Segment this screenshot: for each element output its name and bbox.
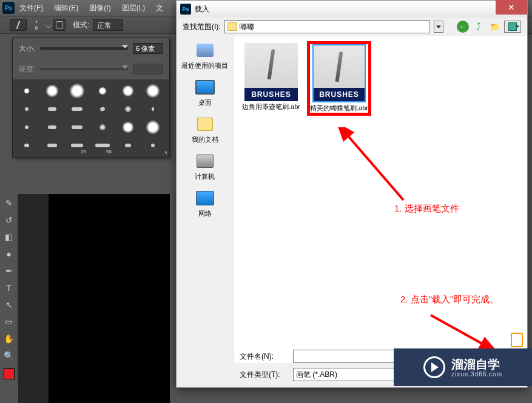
hand-tool-icon[interactable]: ✋ (2, 332, 16, 345)
brush-preset[interactable] (143, 101, 163, 117)
desktop-icon (194, 78, 216, 97)
brush-preset[interactable] (42, 83, 62, 99)
brush-preset[interactable] (42, 138, 62, 153)
recent-icon (194, 41, 216, 60)
brush-preset[interactable] (67, 101, 87, 117)
place-desktop[interactable]: 桌面 (194, 78, 216, 107)
folder-icon (227, 22, 237, 31)
place-recent[interactable]: 最近使用的项目 (181, 41, 228, 70)
hardness-label: 硬度: (19, 64, 35, 75)
network-icon (194, 188, 216, 208)
close-button[interactable]: ✕ (496, 0, 527, 15)
brush-preset[interactable] (16, 119, 37, 135)
size-input[interactable] (133, 43, 163, 54)
path-select-icon[interactable]: ↖ (2, 298, 16, 311)
menu-layer[interactable]: 图层(L) (122, 3, 146, 13)
history-brush-icon[interactable]: ↺ (2, 213, 16, 227)
brush-preset[interactable] (42, 101, 62, 117)
brush-panel-toggle-icon[interactable] (53, 19, 66, 31)
file-name: 精美的蝴蝶笔刷.abr (310, 104, 368, 113)
blend-mode-select[interactable]: 正常 (93, 19, 123, 31)
menu-edit[interactable]: 编辑(E) (54, 3, 78, 13)
brush-preset[interactable] (16, 101, 37, 117)
brush-preset[interactable] (118, 119, 138, 135)
brush-preset[interactable]: 50 (92, 138, 113, 153)
watermark-play-icon (423, 356, 445, 378)
toolbox: ✎ ↺ ◧ ● ✒ T ↖ ▭ ✋ 🔍 (0, 194, 18, 382)
watermark: 溜溜自学 zixue.3d66.com (394, 348, 532, 386)
gradient-tool-icon[interactable]: ◧ (2, 230, 16, 244)
size-slider[interactable] (40, 47, 128, 50)
menu-image[interactable]: 图像(I) (89, 3, 110, 13)
load-button-edge[interactable] (511, 333, 523, 347)
dialog-title: 载入 (195, 4, 209, 15)
brush-preset[interactable] (16, 83, 37, 99)
pen-tool-icon[interactable]: ✒ (2, 264, 16, 278)
brush-preset[interactable] (67, 83, 87, 99)
brush-preset[interactable]: 25 (67, 138, 87, 153)
place-computer[interactable]: 计算机 (194, 152, 216, 181)
brush-preset[interactable] (143, 119, 163, 135)
annotation-1: 1. 选择画笔文件 (394, 203, 459, 215)
brush-preset[interactable] (92, 83, 113, 99)
brush-preset[interactable] (16, 138, 37, 153)
photoshop-logo-icon: Ps (2, 2, 15, 14)
workspace (18, 194, 170, 403)
photoshop-window: Ps 文件(F) 编辑(E) 图像(I) 图层(L) 文 • 6 模式: 正常 … (0, 0, 532, 403)
type-tool-icon[interactable]: T (2, 281, 16, 295)
lookin-combo[interactable]: 嘟嘟 (224, 20, 430, 33)
foreground-color-swatch[interactable] (4, 368, 15, 379)
annotation-2: 2. 点击"载入"即可完成。 (400, 294, 528, 305)
filetype-label: 文件类型(T): (240, 370, 288, 380)
file-item[interactable]: 边角用墨迹笔刷.abr (241, 43, 301, 112)
brush-preset-picker[interactable]: • 6 (30, 19, 42, 31)
shape-tool-icon[interactable]: ▭ (2, 315, 16, 328)
dodge-tool-icon[interactable]: ● (2, 247, 16, 261)
file-item-selected[interactable]: 精美的蝴蝶笔刷.abr (309, 43, 369, 114)
brush-preset[interactable] (92, 101, 113, 117)
load-dialog: Ps 载入 ✕ 查找范围(I): 嘟嘟 ← ⤴ 📁 最近使用的项目 桌面 我的文… (176, 0, 528, 388)
brush-tool-icon[interactable] (10, 19, 27, 31)
place-documents[interactable]: 我的文档 (192, 115, 218, 144)
brush-preset[interactable] (42, 119, 62, 135)
filename-label: 文件名(N): (240, 351, 288, 362)
hardness-input[interactable] (133, 64, 163, 75)
brush-preset[interactable] (92, 119, 113, 135)
canvas[interactable] (49, 194, 170, 403)
brush-preset[interactable] (118, 83, 138, 99)
lookin-dropdown-icon[interactable] (434, 21, 443, 33)
brush-grid: 25 50 (13, 79, 169, 157)
dialog-toolbar: 查找范围(I): 嘟嘟 ← ⤴ 📁 (177, 18, 527, 36)
zoom-tool-icon[interactable]: 🔍 (2, 349, 16, 362)
resize-grip-icon[interactable] (164, 152, 167, 155)
brush-preset[interactable] (67, 119, 87, 135)
lookin-label: 查找范围(I): (183, 22, 221, 32)
mode-label: 模式: (73, 20, 89, 30)
menu-text[interactable]: 文 (156, 3, 163, 13)
dialog-titlebar: Ps 载入 ✕ (177, 1, 527, 18)
place-network[interactable]: 网络 (194, 188, 216, 218)
brush-preset-panel: 大小: 硬度: (12, 38, 170, 158)
computer-icon (194, 152, 216, 171)
size-label: 大小: (19, 44, 35, 54)
hardness-slider[interactable] (40, 68, 128, 70)
brush-preset[interactable] (143, 138, 163, 153)
menu-file[interactable]: 文件(F) (19, 3, 43, 13)
brush-tool-icon[interactable]: ✎ (2, 196, 16, 210)
new-folder-button[interactable]: 📁 (488, 21, 500, 33)
dropdown-icon (45, 21, 52, 28)
watermark-title: 溜溜自学 (451, 358, 502, 371)
file-name: 边角用墨迹笔刷.abr (242, 102, 300, 112)
brush-preset[interactable] (118, 101, 138, 117)
view-menu-button[interactable] (504, 21, 521, 33)
nav-up-button[interactable]: ⤴ (473, 21, 485, 33)
nav-back-button[interactable]: ← (457, 21, 469, 33)
brush-preset[interactable] (143, 83, 163, 99)
brush-preset[interactable] (118, 138, 138, 153)
file-list[interactable]: 边角用墨迹笔刷.abr 精美的蝴蝶笔刷.abr (234, 36, 527, 363)
documents-icon (194, 115, 216, 134)
brush-file-icon (312, 44, 366, 102)
lookin-value: 嘟嘟 (240, 22, 254, 32)
places-bar: 最近使用的项目 桌面 我的文档 计算机 网络 (177, 36, 234, 363)
watermark-url: zixue.3d66.com (451, 371, 502, 378)
